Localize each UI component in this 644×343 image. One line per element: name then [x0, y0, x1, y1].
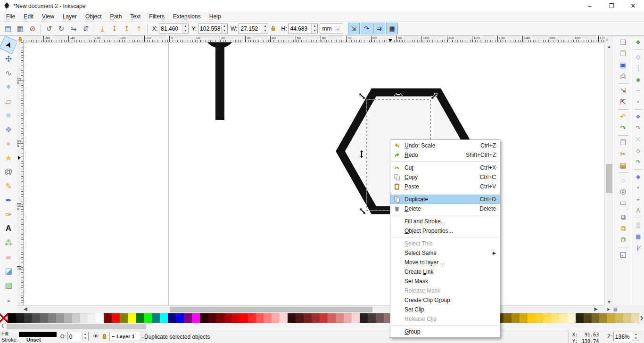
x-field-input[interactable]: [159, 24, 182, 33]
canvas[interactable]: [24, 42, 604, 305]
color-swatch[interactable]: [216, 313, 224, 323]
color-swatch[interactable]: [128, 313, 136, 323]
color-swatch[interactable]: [56, 313, 64, 323]
menu-file[interactable]: File: [2, 12, 19, 21]
color-swatch[interactable]: [623, 313, 631, 323]
layer-selector[interactable]: Layer 1 ⌄: [109, 332, 147, 341]
create-clone-button[interactable]: ⧉: [617, 223, 630, 234]
menu-item-create-link[interactable]: Create Link: [390, 267, 500, 277]
menu-item-create-clip-group[interactable]: Create Clip Group: [390, 295, 500, 305]
color-swatch[interactable]: [288, 313, 296, 323]
color-swatch[interactable]: [272, 313, 280, 323]
color-swatch[interactable]: [32, 313, 40, 323]
color-swatch[interactable]: [184, 313, 192, 323]
import-button[interactable]: ⇲: [617, 85, 630, 97]
color-swatch[interactable]: [328, 313, 336, 323]
lower-to-bottom-button[interactable]: ⤓: [96, 23, 108, 35]
color-swatch[interactable]: [552, 313, 560, 323]
pencil-tool[interactable]: ✎: [1, 179, 16, 193]
copy-button[interactable]: ❐: [617, 137, 630, 148]
color-swatch[interactable]: [360, 313, 368, 323]
snap-rotation-center-button[interactable]: ＋: [633, 194, 644, 205]
star-tool[interactable]: ★: [1, 151, 16, 165]
color-swatch[interactable]: [304, 313, 312, 323]
snap-object-centers-button[interactable]: •: [633, 182, 644, 194]
open-document-button[interactable]: ❒: [617, 48, 630, 59]
color-swatch[interactable]: [152, 313, 160, 323]
menu-layer[interactable]: Layer: [58, 12, 81, 21]
new-document-button[interactable]: ❏: [617, 37, 630, 48]
color-swatch[interactable]: [168, 313, 176, 323]
color-swatch[interactable]: [336, 313, 344, 323]
menu-item-object-properties[interactable]: Object Properties...: [390, 226, 500, 236]
y-field-input[interactable]: [198, 24, 221, 33]
color-swatch[interactable]: [504, 313, 512, 323]
color-swatch[interactable]: [104, 313, 112, 323]
color-swatch[interactable]: [592, 313, 600, 323]
color-swatch[interactable]: [88, 313, 96, 323]
x-field-spinbox[interactable]: ▲▼: [159, 24, 189, 33]
color-swatch[interactable]: [16, 313, 24, 323]
color-swatch[interactable]: [512, 313, 520, 323]
menu-item-copy[interactable]: CopyCtrl+C: [390, 172, 500, 182]
color-swatch[interactable]: [8, 313, 16, 323]
menu-item-duplicate[interactable]: DuplicateCtrl+D: [390, 195, 500, 204]
color-swatch[interactable]: [232, 313, 240, 323]
menu-filters[interactable]: Filters: [145, 12, 169, 21]
h-field-spin-arrows[interactable]: ▲▼: [311, 24, 317, 33]
zoom-input[interactable]: [614, 332, 633, 341]
unit-dropdown[interactable]: mm⌄: [320, 24, 343, 33]
zoom-spinner[interactable]: ▲▼: [613, 332, 639, 341]
color-swatch[interactable]: [136, 313, 144, 323]
color-swatch[interactable]: [584, 313, 592, 323]
color-swatch[interactable]: [72, 313, 80, 323]
opacity-spinner[interactable]: ▲▼: [67, 332, 89, 341]
scroll-corner[interactable]: ➤▦: [604, 305, 644, 313]
color-swatch[interactable]: [208, 313, 216, 323]
snap-cusp-nodes-button[interactable]: ◇: [633, 145, 644, 156]
menu-item-move-to-layer[interactable]: Move to layer ...: [390, 258, 500, 267]
swatch-none[interactable]: [0, 313, 8, 323]
color-swatch[interactable]: [256, 313, 264, 323]
snap-nodes-button[interactable]: ❖: [633, 111, 644, 122]
color-swatch[interactable]: [96, 313, 104, 323]
snap-guide-button[interactable]: ∣∕: [633, 242, 644, 253]
eraser-tool[interactable]: ▰: [1, 250, 16, 264]
color-swatch[interactable]: [120, 313, 128, 323]
color-swatch[interactable]: [224, 313, 232, 323]
menu-item-group[interactable]: Group: [390, 327, 500, 336]
lower-one-step-button[interactable]: ↧: [108, 23, 121, 35]
menu-item-select-this[interactable]: Select This: [390, 239, 500, 248]
spray-tool[interactable]: ⁂: [1, 236, 16, 250]
color-swatch[interactable]: [40, 313, 48, 323]
menu-item-set-mask[interactable]: Set Mask: [390, 277, 500, 286]
save-document-button[interactable]: ▣: [617, 59, 630, 71]
w-field-spin-arrows[interactable]: ▲▼: [262, 24, 268, 33]
calligraphy-tool[interactable]: ✑: [1, 207, 16, 221]
snap-grid-button[interactable]: ▦: [633, 231, 644, 242]
color-swatch[interactable]: [144, 313, 152, 323]
y-field-spinbox[interactable]: ▲▼: [198, 24, 228, 33]
fill-color-swatch[interactable]: [19, 332, 57, 337]
snap-bbox-button[interactable]: ◇: [633, 51, 644, 63]
color-swatch[interactable]: [248, 313, 256, 323]
color-swatch[interactable]: [568, 313, 576, 323]
snap-midpoints-button[interactable]: ◆: [633, 171, 644, 182]
layer-lock-icon[interactable]: [102, 334, 107, 339]
zoom-selection-button[interactable]: ◌: [617, 174, 630, 186]
zoom-drawing-button[interactable]: ◎: [617, 186, 630, 197]
scroll-down-arrow[interactable]: ▼: [605, 300, 613, 304]
rotate-ccw-button[interactable]: ↺: [43, 23, 55, 35]
ellipse-tool[interactable]: ●: [1, 137, 16, 151]
vertical-ruler[interactable]: 1​5​01​2​51​0​07​5: [17, 42, 24, 305]
zoom-page-button[interactable]: ▭: [617, 197, 630, 208]
opacity-input[interactable]: [68, 332, 82, 341]
menu-view[interactable]: View: [38, 12, 58, 21]
snap-smooth-nodes-button[interactable]: ↷: [633, 156, 644, 168]
undo-button[interactable]: ↶: [617, 111, 630, 122]
menu-item-redo[interactable]: RedoShift+Ctrl+Z: [390, 150, 500, 160]
color-swatch[interactable]: [536, 313, 544, 323]
zoom-tool[interactable]: ⌖: [1, 80, 16, 94]
scroll-up-arrow[interactable]: ▲: [605, 44, 613, 49]
menu-item-cut[interactable]: ✂CutCtrl+X: [390, 163, 500, 172]
